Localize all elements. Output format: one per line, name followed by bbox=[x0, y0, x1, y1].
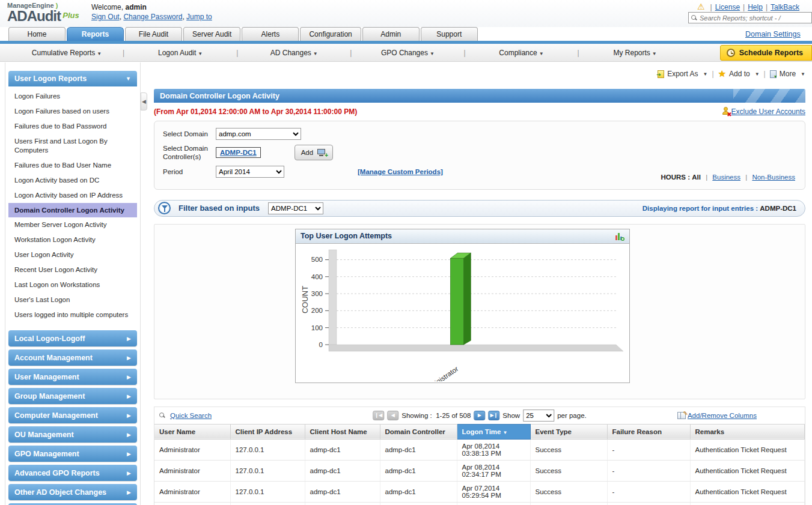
subnav-ad-changes[interactable]: AD Changes▼ bbox=[238, 49, 350, 57]
subnav-gpo-changes[interactable]: GPO Changes▼ bbox=[352, 49, 463, 57]
add-remove-columns[interactable]: Add/Remove Columns bbox=[677, 412, 757, 419]
subnav-my-reports[interactable]: My Reports▼ bbox=[579, 49, 691, 57]
domain-select[interactable]: admp.com bbox=[216, 128, 301, 140]
tab-reports[interactable]: Reports bbox=[67, 27, 124, 41]
report-search-box[interactable] bbox=[688, 12, 812, 23]
tab-support[interactable]: Support bbox=[421, 27, 478, 41]
cell-failure-reason: - bbox=[607, 502, 690, 505]
change-password-link[interactable]: Change Password bbox=[123, 13, 182, 21]
jump-to-link[interactable]: Jump to bbox=[186, 13, 212, 21]
chevron-right-icon: ▶ bbox=[127, 489, 131, 495]
sidebar-item-logon-activity-based-on-dc[interactable]: Logon Activity based on DC bbox=[8, 173, 137, 188]
sidebar-item-last-logon-on-workstations[interactable]: Last Logon on Workstations bbox=[8, 277, 137, 292]
table-row[interactable]: Administrator127.0.0.1admp-dc1admp-dc1Ap… bbox=[154, 502, 805, 505]
hours-non-business-link[interactable]: Non-Business bbox=[752, 174, 795, 181]
sidebar-section-advanced-gpo-reports[interactable]: Advanced GPO Reports▶ bbox=[8, 465, 137, 481]
subnav-cumulative-reports[interactable]: Cumulative Reports▼ bbox=[11, 49, 123, 57]
add-to-button[interactable]: ★ Add to ▼ bbox=[718, 68, 760, 79]
column-header-user-name[interactable]: User Name bbox=[154, 424, 230, 439]
period-select[interactable]: April 2014 bbox=[216, 166, 284, 178]
sidebar-panel-user-logon-reports[interactable]: User Logon Reports ▼ bbox=[8, 71, 137, 86]
license-link[interactable]: License bbox=[715, 3, 740, 11]
sidebar-section-ou-management[interactable]: OU Management▶ bbox=[8, 426, 137, 443]
exclude-user-accounts[interactable]: ✖ Exclude User Accounts bbox=[721, 107, 805, 116]
next-page-button[interactable]: ▶ bbox=[474, 411, 485, 420]
tab-admin[interactable]: Admin bbox=[362, 27, 420, 41]
schedule-reports-button[interactable]: Schedule Reports bbox=[720, 45, 812, 61]
sidebar-section-account-management[interactable]: Account Management▶ bbox=[8, 349, 137, 366]
help-link[interactable]: Help bbox=[748, 3, 763, 11]
first-page-button[interactable]: ❙◀ bbox=[373, 411, 384, 420]
tab-server-audit[interactable]: Server Audit bbox=[183, 27, 240, 41]
column-header-logon-time[interactable]: Logon Time▼ bbox=[457, 424, 530, 439]
hours-all[interactable]: All bbox=[692, 174, 701, 181]
column-label: Client IP Address bbox=[236, 428, 293, 435]
chevron-right-icon: ▶ bbox=[127, 355, 131, 361]
sidebar-item-domain-controller-logon-activity[interactable]: Domain Controller Logon Activity bbox=[8, 203, 137, 218]
sidebar-item-users-logged-into-multiple-computers[interactable]: Users logged into multiple computers bbox=[8, 307, 137, 322]
column-header-failure-reason[interactable]: Failure Reason bbox=[607, 424, 690, 439]
report-input-panel: Select Domain admp.com Select Domain Con… bbox=[154, 121, 805, 190]
export-as-button[interactable]: Export As ▼ bbox=[658, 70, 707, 78]
sidebar-section-gpo-management[interactable]: GPO Management▶ bbox=[8, 446, 137, 462]
talkback-link[interactable]: TalkBack bbox=[771, 3, 799, 11]
dc-value-box[interactable]: ADMP-DC1 bbox=[216, 147, 261, 158]
sidebar-section-local-logon-logoff[interactable]: Local Logon-Logoff▶ bbox=[8, 330, 137, 346]
add-dc-button[interactable]: Add + bbox=[295, 145, 333, 160]
column-label: Logon Time bbox=[462, 428, 501, 435]
column-header-domain-controller[interactable]: Domain Controller bbox=[380, 424, 457, 439]
sidebar-item-recent-user-logon-activity[interactable]: Recent User Logon Activity bbox=[8, 262, 137, 277]
sign-out-link[interactable]: Sign Out bbox=[91, 13, 120, 21]
column-header-client-ip-address[interactable]: Client IP Address bbox=[230, 424, 305, 439]
chevron-down-icon: ▼ bbox=[313, 51, 318, 56]
prev-page-button[interactable]: ◀ bbox=[387, 411, 398, 420]
warning-icon[interactable]: ⚠ bbox=[697, 2, 705, 11]
chart-type-icon[interactable] bbox=[615, 232, 624, 241]
sidebar-item-member-server-logon-activity[interactable]: Member Server Logon Activity bbox=[8, 217, 137, 232]
last-page-button[interactable]: ▶❙ bbox=[488, 411, 499, 420]
quick-search-link[interactable]: Quick Search bbox=[170, 412, 212, 419]
adaudit-plus-page: ManageEngine ) ADAudit Plus Welcome, adm… bbox=[0, 0, 812, 505]
sidebar-item-user-logon-activity[interactable]: User Logon Activity bbox=[8, 247, 137, 262]
sidebar-item-failures-due-to-bad-user-name[interactable]: Failures due to Bad User Name bbox=[8, 158, 137, 173]
filter-input-select[interactable]: ADMP-DC1 bbox=[268, 202, 323, 214]
sidebar-section-other-ad-object-changes[interactable]: Other AD Object Changes▶ bbox=[8, 484, 137, 500]
exclude-user-accounts-link[interactable]: Exclude User Accounts bbox=[731, 107, 805, 116]
chevron-right-icon: ▶ bbox=[127, 336, 131, 342]
tab-file-audit[interactable]: File Audit bbox=[125, 27, 182, 41]
tab-alerts[interactable]: Alerts bbox=[242, 27, 299, 41]
subnav-compliance[interactable]: Compliance▼ bbox=[466, 49, 578, 57]
column-header-remarks[interactable]: Remarks bbox=[690, 424, 805, 439]
manage-custom-periods-link[interactable]: [Manage Custom Periods] bbox=[358, 168, 443, 175]
subnav-logon-audit[interactable]: Logon Audit▼ bbox=[124, 49, 236, 57]
sidebar-item-failures-due-to-bad-password[interactable]: Failures due to Bad Password bbox=[8, 119, 137, 134]
sidebar-section-group-management[interactable]: Group Management▶ bbox=[8, 388, 137, 404]
table-row[interactable]: Administrator127.0.0.1admp-dc1admp-dc1Ap… bbox=[154, 439, 805, 460]
hours-business-link[interactable]: Business bbox=[712, 174, 740, 181]
column-header-client-host-name[interactable]: Client Host Name bbox=[305, 424, 380, 439]
svg-text:0: 0 bbox=[319, 341, 323, 348]
table-row[interactable]: Administrator127.0.0.1admp-dc1admp-dc1Ap… bbox=[154, 460, 805, 481]
sidebar-item-logon-activity-based-on-ip-address[interactable]: Logon Activity based on IP Address bbox=[8, 188, 137, 203]
search-input[interactable] bbox=[700, 14, 809, 22]
tab-configuration[interactable]: Configuration bbox=[300, 27, 361, 41]
table-row[interactable]: Administrator127.0.0.1admp-dc1admp-dc1Ap… bbox=[154, 481, 805, 502]
page-size-select[interactable]: 25 bbox=[523, 410, 554, 422]
sidebar-item-users-first-and-last-logon-by-computers[interactable]: Users First and Last Logon By Computers bbox=[8, 134, 137, 158]
chevron-down-icon: ▼ bbox=[198, 51, 203, 56]
sidebar-item-user-s-last-logon[interactable]: User's Last Logon bbox=[8, 292, 137, 307]
sidebar-item-logon-failures[interactable]: Logon Failures bbox=[8, 89, 137, 104]
add-remove-columns-link[interactable]: Add/Remove Columns bbox=[688, 412, 757, 419]
cell-logon-time: Apr 08,2014 03:38:13 PM bbox=[457, 439, 530, 460]
column-header-event-type[interactable]: Event Type bbox=[530, 424, 607, 439]
sidebar-item-workstation-logon-activity[interactable]: Workstation Logon Activity bbox=[8, 232, 137, 247]
tab-home[interactable]: Home bbox=[8, 27, 66, 41]
sidebar-section-user-management[interactable]: User Management▶ bbox=[8, 369, 137, 385]
more-button[interactable]: More ▼ bbox=[770, 70, 805, 78]
quick-search[interactable]: Quick Search bbox=[159, 412, 212, 419]
sidebar-item-logon-failures-based-on-users[interactable]: Logon Failures based on users bbox=[8, 104, 137, 119]
sidebar-section-label: Account Management bbox=[14, 354, 93, 362]
column-label: Remarks bbox=[695, 428, 725, 435]
sidebar-section-computer-management[interactable]: Computer Management▶ bbox=[8, 407, 137, 423]
dc-value-link[interactable]: ADMP-DC1 bbox=[220, 149, 257, 156]
